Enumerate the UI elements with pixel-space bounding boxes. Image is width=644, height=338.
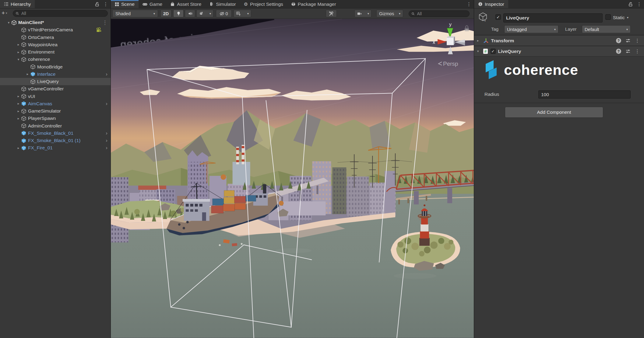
hierarchy-list-icon bbox=[4, 2, 9, 6]
radius-field[interactable] bbox=[538, 90, 631, 99]
expander-icon[interactable]: ▸ bbox=[16, 117, 21, 120]
tree-item-fx-smoke-black-01-1[interactable]: FX_Smoke_Black_01 (1) › bbox=[0, 137, 111, 144]
tab-scene[interactable]: Scene bbox=[111, 0, 139, 8]
expander-icon[interactable]: ▸ bbox=[16, 146, 21, 150]
tab-package-manager[interactable]: Package Manager bbox=[287, 0, 340, 8]
coherence-logo-mark bbox=[485, 60, 499, 79]
hierarchy-menu-icon[interactable]: ⋮ bbox=[103, 2, 108, 7]
expander-icon[interactable]: ▾ bbox=[16, 57, 21, 61]
expander-icon[interactable]: ▸ bbox=[16, 94, 21, 98]
hidden-objects-button[interactable]: 0 bbox=[216, 10, 232, 17]
water-highlight bbox=[275, 248, 312, 253]
scene-panel-menu-icon[interactable]: ⋮ bbox=[466, 2, 471, 7]
eye-off-icon bbox=[220, 11, 224, 16]
scene-toolbar: Shaded▾ 2D ▾ 0 ▾ bbox=[111, 9, 474, 19]
scene-menu-icon[interactable]: ⋮ bbox=[102, 20, 107, 25]
icon-dropdown-arrow[interactable]: ▾ bbox=[484, 19, 486, 22]
expander-icon[interactable]: ▾ bbox=[477, 49, 479, 53]
static-label: Static bbox=[613, 15, 625, 20]
component-menu-icon[interactable]: ⋮ bbox=[635, 49, 640, 54]
tree-item-waypointarea[interactable]: ▸ WaypointArea bbox=[0, 41, 111, 48]
hierarchy-search-field[interactable] bbox=[13, 10, 108, 17]
help-icon[interactable]: ? bbox=[616, 49, 621, 54]
audio-toggle-button[interactable] bbox=[185, 10, 195, 17]
hierarchy-toolbar: + ▾ bbox=[0, 9, 111, 18]
presets-icon[interactable] bbox=[625, 38, 631, 43]
tab-game[interactable]: Game bbox=[139, 0, 166, 8]
create-dropdown-icon[interactable]: ▾ bbox=[6, 12, 7, 15]
tree-item-mainclient[interactable]: ▾ MainClient* ⋮ bbox=[0, 19, 111, 26]
grid-visibility-dropdown[interactable]: ▾ bbox=[234, 10, 251, 17]
tab-asset-store[interactable]: Asset Store bbox=[166, 0, 205, 8]
tab-simulator[interactable]: Simulator bbox=[205, 0, 240, 8]
lighting-toggle-button[interactable] bbox=[173, 10, 184, 17]
inspector-menu-icon[interactable]: ⋮ bbox=[637, 2, 642, 7]
expander-icon[interactable]: ▸ bbox=[16, 109, 21, 113]
tree-item-vui[interactable]: ▸ vUI bbox=[0, 93, 111, 100]
expander-icon[interactable]: ▸ bbox=[16, 102, 21, 106]
hierarchy-search-input[interactable] bbox=[21, 11, 105, 16]
prefab-chevron-icon[interactable]: › bbox=[106, 101, 107, 107]
scene-search-input[interactable] bbox=[417, 11, 467, 16]
expander-icon[interactable]: ▸ bbox=[16, 43, 21, 47]
tree-item-coherence[interactable]: ▾ coherence bbox=[0, 56, 111, 63]
create-object-button[interactable]: + bbox=[2, 10, 5, 16]
prefab-cube-icon bbox=[21, 101, 26, 106]
tab-hierarchy[interactable]: Hierarchy bbox=[0, 0, 35, 8]
tree-item-admincontroller[interactable]: AdminController bbox=[0, 122, 111, 130]
cube-outline-icon bbox=[21, 57, 26, 62]
static-checkbox[interactable] bbox=[605, 14, 611, 20]
tools-icon bbox=[329, 11, 334, 16]
tree-item-livequery[interactable]: LiveQuery bbox=[0, 78, 111, 85]
presets-icon[interactable] bbox=[625, 49, 631, 54]
prefab-chevron-icon[interactable]: › bbox=[106, 145, 107, 151]
inspector-tab-label: Inspector bbox=[485, 2, 504, 7]
camera-settings-dropdown[interactable]: ▾ bbox=[354, 10, 371, 17]
tree-item-ortocamera[interactable]: OrtoCamera bbox=[0, 34, 111, 41]
prefab-chevron-icon[interactable]: › bbox=[106, 71, 107, 77]
static-dropdown-icon[interactable]: ▾ bbox=[627, 16, 628, 19]
tree-item-aimcanvas[interactable]: ▸ AimCanvas › bbox=[0, 100, 111, 107]
tab-inspector[interactable]: Inspector bbox=[474, 0, 508, 8]
scene-search-field[interactable] bbox=[409, 10, 470, 17]
2d-toggle-button[interactable]: 2D bbox=[160, 10, 171, 17]
scene-viewport[interactable]: using alpha version of coheren y x bbox=[111, 19, 474, 338]
prefab-chevron-icon[interactable]: › bbox=[106, 138, 107, 144]
gameobject-cube-icon: ▾ bbox=[478, 12, 487, 21]
tree-item-monobridge[interactable]: MonoBridge bbox=[0, 63, 111, 71]
effects-dropdown-button[interactable]: ▾ bbox=[196, 10, 213, 17]
component-tools-button[interactable] bbox=[326, 10, 337, 17]
lock-icon[interactable] bbox=[95, 2, 100, 7]
tag-dropdown[interactable]: Untagged▾ bbox=[504, 25, 558, 33]
active-checkbox[interactable]: ✓ bbox=[495, 14, 501, 20]
tree-item-playerspawn[interactable]: ▸ PlayerSpawn bbox=[0, 115, 111, 122]
livequery-component-header[interactable]: ▾ ✓ LiveQuery ? ⋮ bbox=[474, 46, 644, 57]
tree-item-interface[interactable]: ▸ Interface › bbox=[0, 71, 111, 78]
gizmo-cube-side bbox=[454, 36, 455, 45]
gizmo-cube[interactable] bbox=[447, 38, 454, 45]
tree-item-vgamecontroller[interactable]: vGameController bbox=[0, 85, 111, 92]
lock-icon[interactable] bbox=[628, 2, 633, 7]
prefab-chevron-icon[interactable]: › bbox=[106, 130, 107, 136]
component-enabled-checkbox[interactable]: ✓ bbox=[491, 49, 496, 54]
component-menu-icon[interactable]: ⋮ bbox=[635, 38, 640, 43]
tree-item-fx-fire-01[interactable]: ▸ FX_Fire_01 › bbox=[0, 144, 111, 152]
help-icon[interactable]: ? bbox=[616, 38, 621, 43]
object-name-field[interactable] bbox=[503, 13, 603, 23]
tree-item-fx-smoke-black-01[interactable]: FX_Smoke_Black_01 › bbox=[0, 130, 111, 137]
cube-outline-icon bbox=[21, 116, 26, 121]
tree-item-environment[interactable]: ▸ Environment bbox=[0, 48, 111, 56]
expander-icon[interactable]: ▾ bbox=[6, 21, 11, 25]
layer-dropdown[interactable]: Default▾ bbox=[582, 25, 631, 33]
shading-mode-dropdown[interactable]: Shaded▾ bbox=[112, 10, 158, 17]
expander-icon[interactable]: ▸ bbox=[25, 72, 30, 76]
tree-item-vthirdpersoncamera[interactable]: vThirdPersonCamera bbox=[0, 26, 111, 33]
expander-icon[interactable]: ▸ bbox=[16, 50, 21, 54]
tab-project-settings[interactable]: ⚙ Project Settings bbox=[240, 0, 287, 8]
expander-icon[interactable]: ▸ bbox=[477, 39, 479, 43]
gizmos-dropdown[interactable]: Gizmos▾ bbox=[376, 10, 403, 17]
scene-render: using alpha version of coheren y x bbox=[111, 19, 474, 338]
tree-item-gamesimulator[interactable]: ▸ GameSimulator bbox=[0, 107, 111, 115]
transform-component-header[interactable]: ▸ Transform ? ⋮ bbox=[474, 35, 644, 46]
add-component-button[interactable]: Add Component bbox=[505, 107, 603, 118]
